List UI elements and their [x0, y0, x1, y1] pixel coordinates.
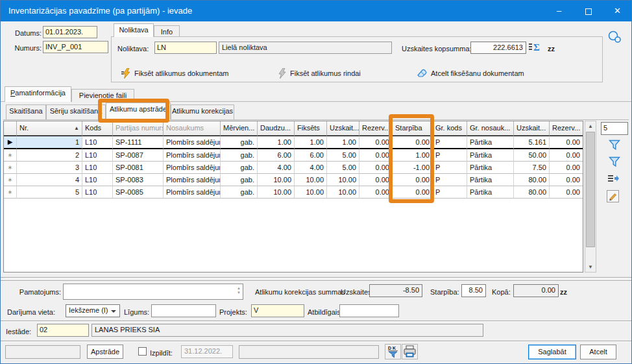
table-cell[interactable]: 3	[17, 162, 82, 174]
tab-pamatinformacija[interactable]: Pamatinformācija	[5, 86, 71, 102]
table-cell[interactable]: 0.00	[393, 186, 433, 199]
table-cell[interactable]: Pārtika	[467, 186, 514, 199]
scroll-up-arrow[interactable]: ▲	[585, 121, 596, 131]
table-cell[interactable]: 1.00	[327, 136, 359, 149]
cancel-fix-link[interactable]: Atcelt fiksēšanu dokumentam	[417, 68, 524, 78]
table-cell[interactable]: L10	[82, 186, 113, 199]
table-cell[interactable]: P	[433, 162, 467, 174]
table-cell[interactable]: gab.	[221, 174, 258, 186]
table-cell[interactable]: Pārtika	[467, 174, 514, 186]
numurs-input[interactable]: INV_P_001	[43, 41, 108, 53]
tab-noliktava[interactable]: Noliktava	[114, 23, 154, 37]
table-cell[interactable]: 10.00	[327, 186, 359, 199]
column-header-8[interactable]: Uzskait...	[327, 121, 359, 136]
sum-sigma-icon[interactable]: Σ	[529, 41, 542, 55]
table-cell[interactable]: Pārtika	[467, 162, 514, 174]
table-cell[interactable]: 80.00	[514, 186, 550, 199]
table-cell[interactable]: P	[433, 186, 467, 199]
table-cell[interactable]: Pārtika	[467, 149, 514, 162]
table-cell[interactable]: 4.00	[295, 162, 327, 174]
column-header-1[interactable]: Nr.▲	[17, 121, 82, 136]
table-cell[interactable]: 5	[17, 186, 82, 199]
table-cell[interactable]: 0.00	[550, 136, 583, 149]
table-cell[interactable]: 0.00	[359, 136, 393, 149]
table-row[interactable]: ∗4L10SP-0083Plombīrs saldējums 125 mgab.…	[4, 174, 583, 186]
column-header-5[interactable]: Mērvien...	[221, 121, 258, 136]
table-cell[interactable]: Pārtika	[467, 136, 514, 149]
dk-filter-icon[interactable]: D K	[385, 344, 401, 359]
close-button[interactable]: ✕	[603, 1, 632, 21]
table-row[interactable]: ▶1L10SP-1111Plombīrs saldējums 125 mgab.…	[4, 136, 583, 149]
projekts-input[interactable]: V	[251, 304, 304, 317]
ligums-input[interactable]	[151, 304, 216, 317]
table-cell[interactable]: gab.	[221, 162, 258, 174]
table-cell[interactable]: -1.00	[393, 162, 433, 174]
table-cell[interactable]: SP-0081	[113, 162, 164, 174]
table-cell[interactable]: 5.00	[327, 162, 359, 174]
table-cell[interactable]: 50.00	[514, 149, 550, 162]
table-cell[interactable]: L10	[82, 162, 113, 174]
table-cell[interactable]: 0.00	[359, 186, 393, 199]
table-cell[interactable]: Plombīrs saldējums 125 m	[164, 186, 221, 199]
maximize-button[interactable]	[574, 1, 603, 21]
table-cell[interactable]: 5.161	[514, 136, 550, 149]
table-cell[interactable]: SP-0083	[113, 174, 164, 186]
table-cell[interactable]: 80.00	[514, 174, 550, 186]
list-export-icon[interactable]	[607, 174, 620, 185]
minimize-button[interactable]: –	[544, 1, 574, 21]
table-cell[interactable]: gab.	[221, 136, 258, 149]
table-cell[interactable]: 2	[17, 149, 82, 162]
table-row[interactable]: ∗3L10SP-0081Plombīrs saldējums 125 mgab.…	[4, 162, 583, 174]
chat-cloud-icon[interactable]	[607, 30, 622, 45]
table-cell[interactable]: gab.	[221, 186, 258, 199]
table-cell[interactable]: P	[433, 136, 467, 149]
fix-doc-link[interactable]: Fiksēt atlikumus dokumentam	[121, 68, 229, 79]
izpildit-checkbox[interactable]	[138, 347, 147, 356]
table-cell[interactable]: 0.00	[359, 162, 393, 174]
table-cell[interactable]: L10	[82, 149, 113, 162]
table-cell[interactable]: 10.00	[327, 174, 359, 186]
textarea-scroll-arrows-icon[interactable]: ▲▼	[237, 286, 241, 295]
column-header-9[interactable]: Rezerv...	[359, 121, 393, 136]
table-cell[interactable]: gab.	[221, 149, 258, 162]
darijuma-vieta-select[interactable]: Iekšzeme (I)	[66, 304, 120, 317]
fix-row-link[interactable]: Fiksēt atlikumus rindai	[278, 68, 361, 79]
table-cell[interactable]: SP-1111	[113, 136, 164, 149]
tab-atlikumu-korekcijas[interactable]: Atlikumu korekcijas	[171, 104, 234, 119]
scrollbar-thumb[interactable]	[586, 132, 595, 247]
table-cell[interactable]: SP-0087	[113, 149, 164, 162]
iestade-code-input[interactable]: 02	[37, 324, 89, 337]
table-cell[interactable]: 7.50	[514, 162, 550, 174]
table-cell[interactable]: 5.00	[327, 149, 359, 162]
table-cell[interactable]: 1.00	[295, 136, 327, 149]
table-cell[interactable]: L10	[82, 136, 113, 149]
table-cell[interactable]: Plombīrs saldējums 125 m	[164, 162, 221, 174]
column-header-7[interactable]: Fiksēts	[295, 121, 327, 136]
tab-atlikumu-apstrade[interactable]: Atlikumu apstrāde	[106, 103, 171, 120]
apstrade-button[interactable]: Apstrāde	[87, 345, 123, 359]
table-cell[interactable]: 4	[17, 174, 82, 186]
column-header-4[interactable]: Nosaukums	[164, 121, 221, 136]
table-cell[interactable]: SP-0085	[113, 186, 164, 199]
table-cell[interactable]: 0.00	[393, 136, 433, 149]
table-cell[interactable]: 1.00	[258, 136, 295, 149]
scroll-down-arrow[interactable]: ▼	[585, 262, 596, 272]
table-cell[interactable]: 4.00	[258, 162, 295, 174]
table-cell[interactable]: L10	[82, 174, 113, 186]
column-header-6[interactable]: Daudzu...	[258, 121, 295, 136]
column-header-10[interactable]: Starpība	[393, 121, 433, 136]
edit-pencil-icon[interactable]	[607, 190, 619, 202]
table-cell[interactable]: 0.00	[550, 162, 583, 174]
column-header-13[interactable]: Uzskait...	[514, 121, 550, 136]
table-cell[interactable]: P	[433, 149, 467, 162]
tab-skaitisana[interactable]: Skaitīšana	[6, 104, 46, 119]
table-cell[interactable]: Plombīrs saldējums 125 m	[164, 174, 221, 186]
table-cell[interactable]: 10.00	[258, 186, 295, 199]
table-cell[interactable]: 0.00	[550, 186, 583, 199]
table-cell[interactable]: 0.00	[359, 174, 393, 186]
table-cell[interactable]: 0.00	[550, 174, 583, 186]
table-cell[interactable]: 1.00	[393, 149, 433, 162]
table-row[interactable]: ∗5L10SP-0085Plombīrs saldējums 125 mgab.…	[4, 186, 583, 199]
column-header-14[interactable]: Rezerv...	[550, 121, 583, 136]
table-row[interactable]: ∗2L10SP-0087Plombīrs saldējums 125 mgab.…	[4, 149, 583, 162]
